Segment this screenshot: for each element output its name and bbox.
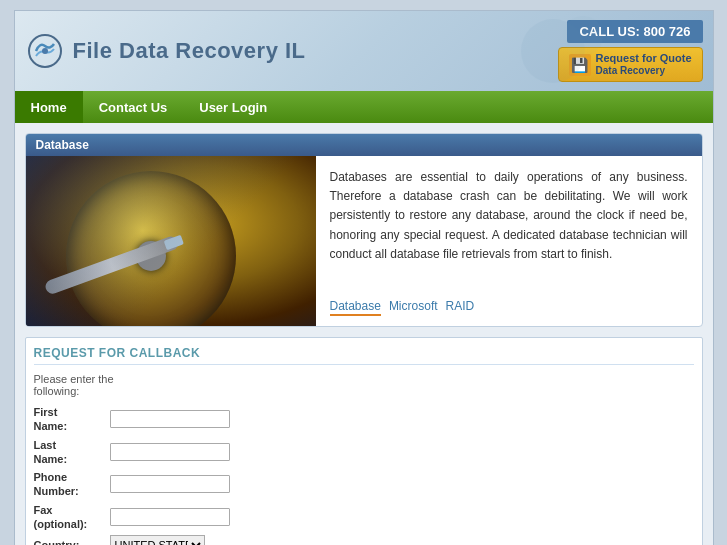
- label-first-name: FirstName:: [34, 405, 104, 434]
- main-content: Database Databases are essential to dail…: [15, 123, 713, 545]
- label-country: Country:: [34, 538, 104, 545]
- input-first-name[interactable]: [110, 410, 230, 428]
- header: File Data Recovery IL CALL US: 800 726 💾…: [15, 11, 713, 91]
- logo-text: File Data Recovery IL: [73, 38, 306, 64]
- label-phone: PhoneNumber:: [34, 470, 104, 499]
- input-fax[interactable]: [110, 508, 230, 526]
- form-intro: Please enter the following:: [34, 373, 694, 397]
- input-phone[interactable]: [110, 475, 230, 493]
- nav-item-contact[interactable]: Contact Us: [83, 91, 184, 123]
- logo-icon: [25, 31, 65, 71]
- country-select-wrap: UNITED STATES CANADA UK AUSTRALIA: [110, 535, 230, 545]
- card-image: [26, 156, 316, 326]
- callback-section: REQUEST FOR CALLBACK Please enter the fo…: [25, 337, 703, 545]
- input-last-name[interactable]: [110, 443, 230, 461]
- svg-point-3: [563, 16, 603, 56]
- card-links: Database Microsoft RAID: [316, 293, 702, 326]
- nav-bar: Home Contact Us User Login: [15, 91, 713, 123]
- svg-point-1: [42, 48, 48, 54]
- label-fax: Fax(optional):: [34, 503, 104, 532]
- link-database[interactable]: Database: [330, 299, 381, 316]
- callback-title: REQUEST FOR CALLBACK: [34, 346, 694, 365]
- nav-item-login[interactable]: User Login: [183, 91, 283, 123]
- form-grid: FirstName: LastName: PhoneNumber: Fax(op…: [34, 405, 694, 545]
- header-decoration: [493, 16, 613, 89]
- select-country[interactable]: UNITED STATES CANADA UK AUSTRALIA: [110, 535, 205, 545]
- link-microsoft[interactable]: Microsoft: [389, 299, 438, 316]
- nav-item-home[interactable]: Home: [15, 91, 83, 123]
- link-raid[interactable]: RAID: [446, 299, 475, 316]
- hdd-visual: [26, 156, 316, 326]
- content-card: Database Databases are essential to dail…: [25, 133, 703, 327]
- content-card-header: Database: [26, 134, 702, 156]
- blue-overlay: [26, 156, 316, 326]
- card-text: Databases are essential to daily operati…: [316, 156, 702, 293]
- label-last-name: LastName:: [34, 438, 104, 467]
- logo: File Data Recovery IL: [25, 31, 306, 71]
- content-card-body: Databases are essential to daily operati…: [26, 156, 702, 326]
